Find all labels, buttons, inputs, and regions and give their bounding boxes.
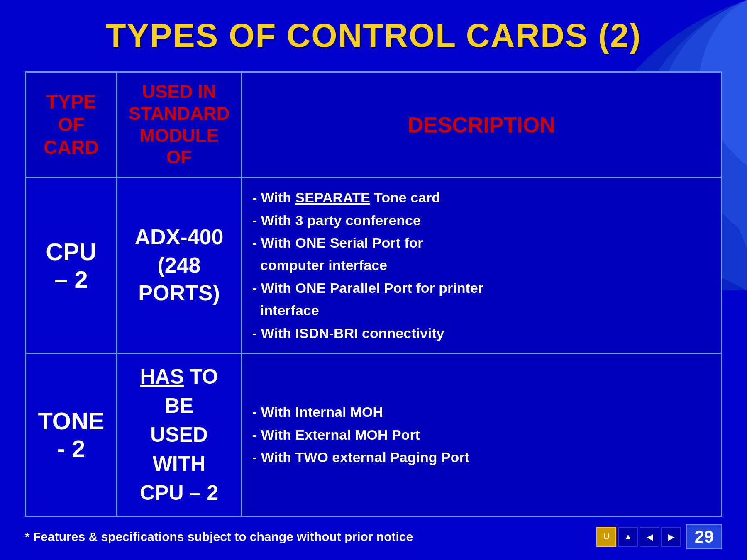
tone-module-cell: HAS TO BEUSED WITHCPU – 2 <box>117 353 242 516</box>
nav-home-button[interactable]: U <box>596 527 616 547</box>
adx-module-cell: ADX-400(248 PORTS) <box>117 178 242 353</box>
separate-underline: SEPARATE <box>295 190 370 205</box>
cpu-description-cell: - With SEPARATE Tone card - With 3 party… <box>242 178 722 353</box>
back-arrow-icon: ◀ <box>647 532 653 542</box>
up-arrow-icon: ▲ <box>624 532 632 541</box>
has-underline: HAS <box>140 365 184 388</box>
nav-controls: U ▲ ◀ ▶ 29 <box>596 524 722 549</box>
table-header-row: TYPE OF CARD USED IN STANDARD MODULE OF … <box>26 72 722 178</box>
page-number: 29 <box>686 524 722 549</box>
footer: * Features & specifications subject to c… <box>25 517 722 549</box>
footer-note: * Features & specifications subject to c… <box>25 530 413 544</box>
col-header-description: DESCRIPTION <box>242 72 722 178</box>
tone-description-cell: - With Internal MOH - With External MOH … <box>242 353 722 516</box>
home-icon: U <box>603 532 609 541</box>
cpu-type-cell: CPU – 2 <box>26 178 117 353</box>
table-row-tone: TONE - 2 HAS TO BEUSED WITHCPU – 2 - Wit… <box>26 353 722 516</box>
tone-type-cell: TONE - 2 <box>26 353 117 516</box>
col-header-type: TYPE OF CARD <box>26 72 117 178</box>
forward-arrow-icon: ▶ <box>668 532 674 542</box>
nav-forward-button[interactable]: ▶ <box>661 527 681 547</box>
nav-up-button[interactable]: ▲ <box>618 527 638 547</box>
nav-back-button[interactable]: ◀ <box>640 527 659 547</box>
main-table: TYPE OF CARD USED IN STANDARD MODULE OF … <box>25 71 722 517</box>
table-row-cpu: CPU – 2 ADX-400(248 PORTS) - With SEPARA… <box>26 178 722 353</box>
page-title: TYPES OF CONTROL CARDS (2) <box>25 17 722 55</box>
col-header-module: USED IN STANDARD MODULE OF <box>117 72 242 178</box>
